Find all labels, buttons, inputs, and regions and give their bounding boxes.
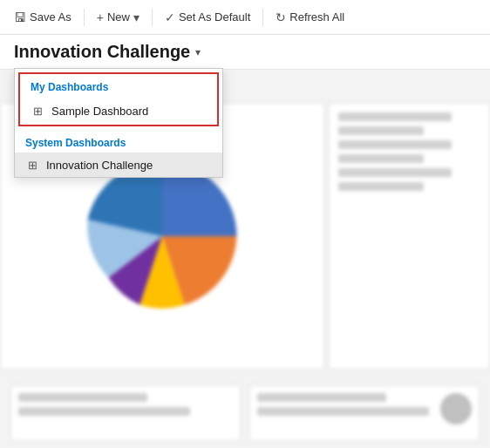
set-default-button[interactable]: ✓ Set As Default [158, 7, 257, 28]
toolbar: 🖫 Save As + New ▾ ✓ Set As Default ↻ Ref… [0, 0, 490, 35]
innovation-challenge-label: Innovation Challenge [46, 159, 153, 172]
separator-2 [152, 9, 153, 26]
bg-bottom-text-1 [18, 393, 147, 402]
dashboard-grid-icon: ⊞ [31, 104, 44, 118]
dropdown-menu: My Dashboards ⊞ Sample Dashboard System … [14, 68, 223, 178]
header-area: Innovation Challenge ▾ [0, 35, 490, 70]
separator-1 [84, 9, 85, 26]
new-label: New [107, 10, 130, 24]
bg-text-3 [338, 140, 452, 149]
bg-bottom-text-3 [257, 393, 386, 402]
save-as-button[interactable]: 🖫 Save As [7, 7, 78, 28]
system-dashboards-header[interactable]: System Dashboards [15, 130, 222, 153]
save-as-label: Save As [30, 10, 71, 24]
separator-3 [262, 9, 263, 26]
background-right-card [329, 103, 490, 370]
refresh-icon: ↻ [276, 10, 286, 24]
refresh-all-label: Refresh All [289, 10, 344, 24]
bg-bottom-card-2 [249, 385, 480, 441]
new-icon: + [97, 10, 104, 24]
sample-dashboard-item[interactable]: ⊞ Sample Dashboard [20, 98, 217, 123]
bg-text-2 [338, 126, 424, 135]
page-title: Innovation Challenge [14, 42, 190, 62]
refresh-all-button[interactable]: ↻ Refresh All [269, 7, 351, 28]
set-default-label: Set As Default [179, 10, 250, 24]
sample-dashboard-label: Sample Dashboard [51, 105, 148, 118]
new-button[interactable]: + New ▾ [90, 7, 146, 28]
check-icon: ✓ [165, 10, 175, 24]
bg-text-4 [338, 154, 424, 163]
innovation-challenge-item[interactable]: ⊞ Innovation Challenge [15, 153, 222, 177]
save-icon: 🖫 [14, 10, 26, 24]
bg-bottom-text-4 [257, 407, 429, 416]
my-dashboards-header[interactable]: My Dashboards [20, 76, 217, 98]
my-dashboards-label: My Dashboards [31, 81, 108, 93]
innovation-grid-icon: ⊞ [25, 158, 39, 172]
bg-text-6 [338, 182, 424, 191]
pie-chart [79, 153, 245, 319]
bg-text-5 [338, 168, 452, 177]
title-dropdown-arrow[interactable]: ▾ [195, 46, 201, 58]
background-bottom-row [0, 378, 490, 448]
bg-bottom-text-2 [18, 407, 190, 416]
bg-text-1 [338, 112, 452, 121]
system-dashboards-label: System Dashboards [25, 137, 126, 149]
bg-bottom-card-1 [10, 385, 241, 441]
new-dropdown-icon: ▾ [133, 10, 140, 24]
